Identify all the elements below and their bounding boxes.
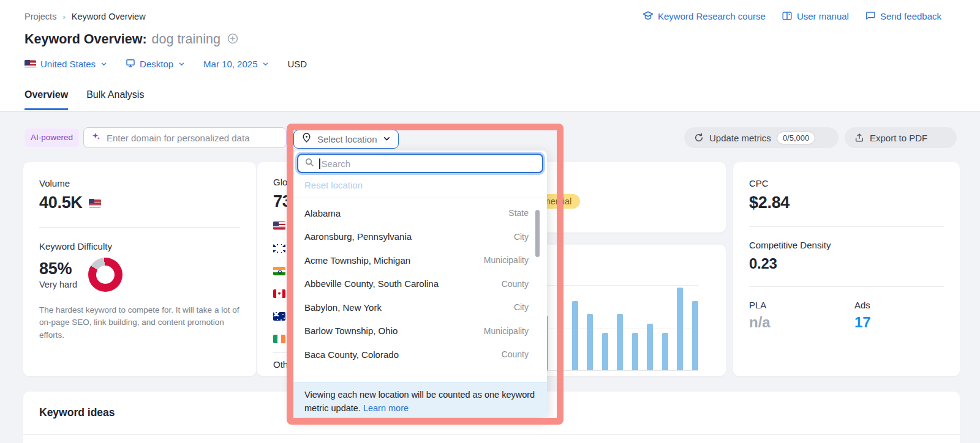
trend-bar-12: [692, 301, 698, 370]
search-icon: [304, 157, 314, 169]
monitor-icon: [126, 58, 135, 70]
location-type: County: [502, 349, 529, 359]
location-row[interactable]: Abbeville County, South CarolinaCounty: [293, 272, 547, 296]
trend-bar-10: [662, 333, 668, 370]
trend-bars: [527, 257, 698, 370]
volume-card: Volume 40.5K Keyword Difficulty 85% Very…: [23, 162, 256, 376]
tab-bulk-analysis[interactable]: Bulk Analysis: [86, 89, 144, 110]
sparkle-icon: [91, 132, 101, 144]
competitive-density-value: 0.23: [749, 255, 944, 272]
update-metrics-button[interactable]: Update metrics 0/5,000: [684, 127, 839, 148]
send-feedback-link[interactable]: Send feedback: [865, 10, 941, 21]
location-list: AlabamaState Aaronsburg, PennsylvaniaCit…: [293, 198, 547, 367]
pla-label: PLA: [749, 300, 854, 310]
breadcrumb-projects[interactable]: Projects: [24, 12, 56, 21]
cpc-label: CPC: [749, 178, 944, 188]
dropdown-footer-note: Viewing each new location will be counte…: [293, 382, 547, 417]
keyword-difficulty-description: The hardest keyword to compete for. It w…: [39, 304, 240, 341]
date-filter[interactable]: Mar 10, 2025: [203, 59, 269, 69]
user-manual-link[interactable]: User manual: [782, 10, 849, 21]
location-name: Alabama: [304, 208, 341, 218]
location-row[interactable]: Baca County, ColoradoCounty: [293, 343, 547, 367]
page-title: Keyword Overview: dog training: [24, 32, 239, 47]
device-filter-label: Desktop: [140, 59, 173, 69]
location-name: Abbeville County, South Carolina: [304, 278, 439, 289]
date-filter-label: Mar 10, 2025: [203, 59, 257, 69]
location-type: County: [502, 279, 529, 289]
manual-link-label: User manual: [797, 11, 849, 21]
location-name: Acme Township, Michigan: [304, 255, 410, 266]
select-location-button[interactable]: Select location: [293, 130, 399, 149]
competitive-density-label: Competitive Density: [749, 240, 944, 250]
export-pdf-button[interactable]: Export to PDF: [845, 127, 957, 148]
course-link-label: Keyword Research course: [658, 11, 766, 21]
refresh-icon: [694, 133, 704, 143]
book-icon: [782, 10, 793, 21]
update-metrics-label: Update metrics: [709, 133, 771, 143]
location-type: Municipality: [484, 255, 529, 265]
tabs: Overview Bulk Analysis: [24, 89, 144, 110]
breadcrumb-current: Keyword Overview: [72, 12, 146, 21]
select-location-label: Select location: [317, 134, 377, 144]
location-row[interactable]: Barlow Township, OhioMunicipality: [293, 319, 547, 343]
keyword-difficulty-value: 85%: [39, 260, 77, 278]
australia-flag-icon: [273, 312, 285, 321]
location-search-input[interactable]: [322, 158, 537, 169]
location-type: City: [514, 302, 529, 312]
page-title-keyword: dog training: [152, 32, 221, 47]
pla-value: n/a: [749, 314, 854, 331]
trend-bar-7: [617, 314, 623, 371]
canada-flag-icon: [273, 289, 285, 298]
ai-powered-badge: AI-powered: [24, 128, 79, 147]
location-name: Babylon, New York: [304, 302, 382, 313]
country-filter-label: United States: [40, 59, 96, 69]
export-icon: [854, 133, 864, 143]
ads-value[interactable]: 17: [854, 314, 871, 331]
trend-bar-8: [632, 333, 638, 370]
us-flag-icon: [24, 60, 36, 68]
location-type: Municipality: [484, 326, 529, 336]
breadcrumb-chevron-icon: ›: [62, 12, 65, 21]
location-dropdown-panel: Reset location AlabamaState Aaronsburg, …: [293, 151, 547, 417]
location-name: Aaronsburg, Pennsylvania: [304, 231, 412, 242]
trend-bar-11: [677, 288, 683, 370]
add-keyword-icon[interactable]: [227, 32, 239, 47]
page-header: Projects › Keyword Overview Keyword Rese…: [0, 0, 980, 112]
domain-input-field[interactable]: [107, 133, 279, 143]
chevron-down-icon: [178, 59, 185, 69]
trend-bar-3: [557, 303, 563, 370]
page-title-prefix: Keyword Overview:: [24, 32, 147, 47]
learn-more-link[interactable]: Learn more: [363, 403, 409, 413]
location-search-box[interactable]: [297, 154, 543, 173]
header-links: Keyword Research course User manual Send…: [643, 10, 941, 21]
footer-note-text: Viewing each new location will be counte…: [304, 390, 535, 413]
export-pdf-label: Export to PDF: [870, 133, 927, 143]
scrollbar-thumb[interactable]: [535, 210, 540, 257]
keyword-overview-page: Projects › Keyword Overview Keyword Rese…: [0, 0, 980, 443]
location-row[interactable]: AlabamaState: [293, 201, 547, 225]
location-row[interactable]: Acme Township, MichiganMunicipality: [293, 248, 547, 272]
domain-input[interactable]: [83, 127, 287, 148]
update-quota-badge: 0/5,000: [777, 132, 815, 144]
volume-value: 40.5K: [39, 193, 83, 212]
feedback-bubble-icon: [865, 10, 876, 21]
ads-label: Ads: [854, 300, 871, 310]
us-flag-icon: [273, 222, 285, 230]
location-name: Baca County, Colorado: [304, 349, 399, 360]
volume-label: Volume: [39, 178, 240, 188]
location-row[interactable]: Babylon, New YorkCity: [293, 296, 547, 319]
india-flag-icon: [273, 267, 285, 275]
reset-location-link[interactable]: Reset location: [293, 170, 547, 198]
us-flag-icon: [89, 199, 101, 207]
feedback-link-label: Send feedback: [880, 11, 941, 21]
currency-label: USD: [287, 59, 307, 69]
keyword-research-course-link[interactable]: Keyword Research course: [643, 10, 766, 21]
location-row[interactable]: Aaronsburg, PennsylvaniaCity: [293, 225, 547, 249]
trend-bar-6: [602, 333, 608, 370]
graduation-cap-icon: [643, 10, 654, 21]
ireland-flag-icon: [273, 335, 285, 343]
tab-overview[interactable]: Overview: [24, 89, 68, 110]
device-filter[interactable]: Desktop: [126, 58, 185, 70]
country-filter[interactable]: United States: [24, 59, 107, 69]
location-name: Barlow Township, Ohio: [304, 326, 398, 336]
